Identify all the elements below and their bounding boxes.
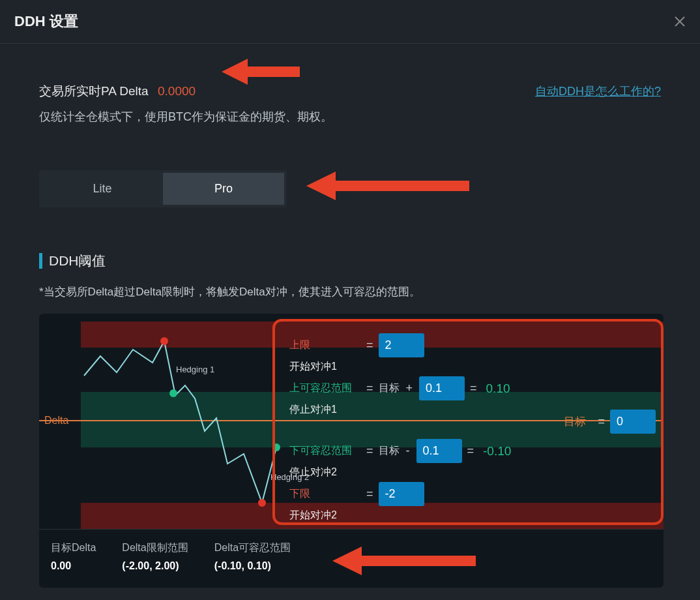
svg-point-3 bbox=[169, 389, 177, 397]
lower-tol-label: 下可容忍范围 bbox=[289, 444, 361, 458]
upper-limit-label: 上限 bbox=[289, 338, 361, 352]
pa-delta-value: 0.0000 bbox=[158, 84, 196, 98]
summary-tol-value: (-0.10, 0.10) bbox=[214, 560, 291, 572]
section-title: DDH阈值 bbox=[49, 252, 106, 270]
lower-tol-input[interactable] bbox=[416, 439, 462, 463]
summary-target-value: 0.00 bbox=[51, 560, 96, 572]
tab-lite[interactable]: Lite bbox=[42, 173, 163, 205]
dialog-title: DDH 设置 bbox=[14, 12, 78, 31]
hedging1-label: Hedging 1 bbox=[176, 365, 214, 374]
help-link[interactable]: 自动DDH是怎么工作的? bbox=[535, 83, 661, 99]
target-input[interactable] bbox=[610, 410, 656, 434]
tab-pro[interactable]: Pro bbox=[163, 173, 284, 205]
mode-tabs: Lite Pro bbox=[39, 170, 287, 207]
delta-line-chart bbox=[81, 314, 289, 529]
eq-sign: = bbox=[366, 338, 373, 352]
upper-limit-sub: 开始对冲1 bbox=[289, 360, 647, 374]
summary-tol-label: Delta可容忍范围 bbox=[214, 541, 291, 555]
upper-tol-result: 0.10 bbox=[486, 382, 510, 396]
annotation-arrow-2 bbox=[306, 166, 476, 205]
annotation-arrow-3 bbox=[332, 541, 482, 580]
pa-delta-label: 交易所实时PA Delta bbox=[39, 84, 149, 98]
lower-tol-result: -0.10 bbox=[483, 444, 511, 458]
svg-marker-6 bbox=[222, 59, 300, 85]
svg-point-2 bbox=[160, 337, 168, 345]
section-accent bbox=[39, 253, 42, 269]
svg-point-5 bbox=[258, 499, 266, 507]
target-row: 目标 = bbox=[564, 410, 656, 434]
chart-area: Delta Hedging 1 Hedging 2 上限 = 开始对冲1 bbox=[39, 314, 664, 529]
svg-marker-8 bbox=[332, 547, 476, 575]
summary-target-label: 目标Delta bbox=[51, 541, 96, 555]
annotation-arrow-1 bbox=[222, 52, 306, 91]
delta-axis-label: Delta bbox=[44, 415, 68, 427]
lower-limit-input[interactable] bbox=[379, 482, 424, 506]
section-note: *当交易所Delta超过Delta限制时，将触发Delta对冲，使其进入可容忍的… bbox=[39, 284, 661, 299]
upper-tol-input[interactable] bbox=[419, 376, 465, 400]
summary-limit-value: (-2.00, 2.00) bbox=[122, 560, 188, 572]
target-label: 目标 bbox=[564, 414, 586, 429]
lower-tol-sub: 停止对冲2 bbox=[289, 466, 647, 479]
upper-limit-input[interactable] bbox=[379, 333, 424, 357]
lower-limit-label: 下限 bbox=[289, 487, 361, 501]
upper-tol-label: 上可容忍范围 bbox=[289, 382, 361, 395]
lower-limit-sub: 开始对冲2 bbox=[289, 509, 647, 522]
summary-limit-label: Delta限制范围 bbox=[122, 541, 188, 555]
close-icon[interactable] bbox=[674, 16, 686, 27]
svg-marker-7 bbox=[306, 172, 469, 200]
margin-note: 仅统计全仓模式下，使用BTC作为保证金的期货、期权。 bbox=[39, 109, 661, 125]
